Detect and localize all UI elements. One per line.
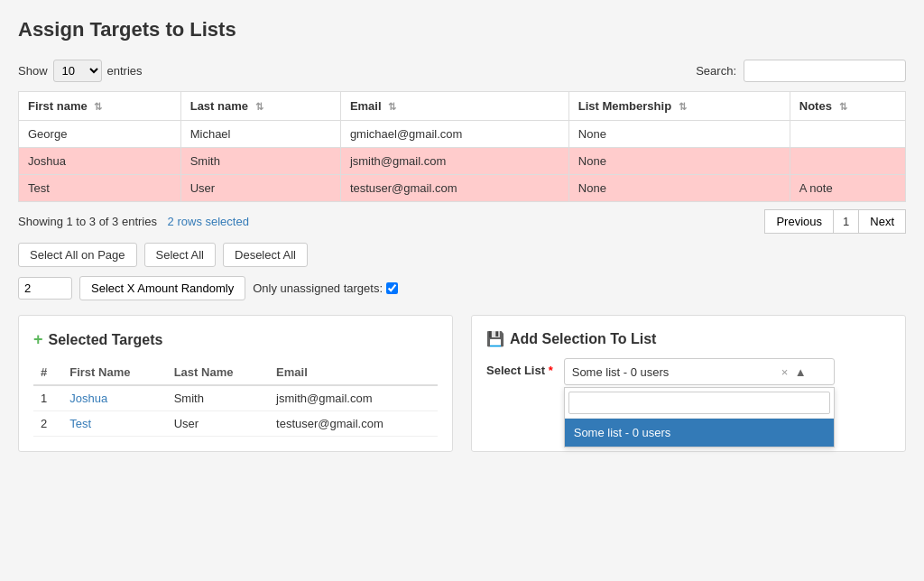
col-st-email: Email <box>269 360 438 385</box>
select-list-label: Select List * <box>486 358 553 377</box>
cell-st-email: jsmith@gmail.com <box>269 385 438 411</box>
selected-target-row: 1 Joshua Smith jsmith@gmail.com <box>33 385 438 411</box>
cell-last-name: User <box>180 175 340 202</box>
rows-selected: 2 rows selected <box>168 215 249 228</box>
select-list-form-group: Select List * Some list - 0 users × ▲ <box>486 358 891 385</box>
deselect-all-button[interactable]: Deselect All <box>223 243 308 267</box>
page-number: 1 <box>834 209 858 234</box>
cell-num: 1 <box>33 385 62 411</box>
only-unassigned-label: Only unassigned targets: <box>253 281 398 295</box>
search-area: Search: <box>696 60 906 82</box>
selected-target-row: 2 Test User testuser@gmail.com <box>33 411 438 437</box>
sort-icon-list-membership[interactable]: ⇅ <box>679 101 687 112</box>
cell-notes <box>790 148 905 175</box>
next-button[interactable]: Next <box>858 209 906 234</box>
random-amount-input[interactable] <box>18 277 72 300</box>
show-label: Show <box>18 64 48 78</box>
show-entries-control: Show 10 25 50 100 entries <box>18 60 143 82</box>
cell-last-name: Michael <box>180 121 340 148</box>
show-entries-select[interactable]: 10 25 50 100 <box>53 60 102 82</box>
required-marker: * <box>549 364 553 377</box>
select-list-display[interactable]: Some list - 0 users × ▲ <box>564 358 835 385</box>
sort-icon-notes[interactable]: ⇅ <box>839 101 847 112</box>
cell-email: testuser@gmail.com <box>340 175 568 202</box>
select-random-button[interactable]: Select X Amount Randomly <box>79 276 245 300</box>
selected-targets-panel: + Selected Targets # First Name Last Nam… <box>18 315 453 452</box>
dropdown-option[interactable]: Some list - 0 users <box>565 419 834 447</box>
col-email: Email ⇅ <box>340 92 568 121</box>
bottom-section: + Selected Targets # First Name Last Nam… <box>18 315 906 452</box>
dropdown-arrow-icon[interactable]: ▲ <box>795 365 807 379</box>
random-controls: Select X Amount Randomly Only unassigned… <box>18 276 906 300</box>
add-selection-panel: 💾 Add Selection To List Select List * So… <box>471 315 906 452</box>
cell-num: 2 <box>33 411 62 437</box>
only-unassigned-checkbox[interactable] <box>386 282 398 294</box>
cell-list-membership: None <box>568 121 790 148</box>
cell-notes <box>790 121 905 148</box>
selection-controls: Select All on Page Select All Deselect A… <box>18 243 906 267</box>
cell-st-last-name: Smith <box>167 385 269 411</box>
showing-info: Showing 1 to 3 of 3 entries <box>18 215 157 228</box>
cell-notes: A note <box>790 175 905 202</box>
cell-list-membership: None <box>568 175 790 202</box>
cell-st-first-name: Test <box>62 411 166 437</box>
table-row[interactable]: Joshua Smith jsmith@gmail.com None <box>19 148 906 175</box>
col-last-name: Last name ⇅ <box>180 92 340 121</box>
selected-targets-title: + Selected Targets <box>33 330 438 349</box>
col-num: # <box>33 360 62 385</box>
table-footer-info: Showing 1 to 3 of 3 entries 2 rows selec… <box>18 215 249 228</box>
cell-list-membership: None <box>568 148 790 175</box>
pagination: Previous 1 Next <box>764 209 906 234</box>
add-selection-title: 💾 Add Selection To List <box>486 330 891 347</box>
floppy-icon: 💾 <box>486 330 504 347</box>
sort-icon-first-name[interactable]: ⇅ <box>94 101 102 112</box>
col-st-last-name: Last Name <box>167 360 269 385</box>
select-list-wrapper: Some list - 0 users × ▲ Some list - 0 us… <box>564 358 835 385</box>
select-all-button[interactable]: Select All <box>144 243 216 267</box>
cell-email: gmichael@gmail.com <box>340 121 568 148</box>
search-input[interactable] <box>744 60 906 82</box>
cell-st-last-name: User <box>167 411 269 437</box>
entries-label: entries <box>107 64 143 78</box>
col-notes: Notes ⇅ <box>790 92 905 121</box>
cell-st-email: testuser@gmail.com <box>269 411 438 437</box>
col-first-name: First name ⇅ <box>19 92 181 121</box>
previous-button[interactable]: Previous <box>764 209 834 234</box>
page-title: Assign Targets to Lists <box>18 18 906 42</box>
table-row[interactable]: George Michael gmichael@gmail.com None <box>19 121 906 148</box>
cell-first-name: George <box>19 121 181 148</box>
search-label: Search: <box>696 64 736 78</box>
cell-first-name: Test <box>19 175 181 202</box>
dropdown-search <box>565 388 834 419</box>
select-page-button[interactable]: Select All on Page <box>18 243 137 267</box>
selected-targets-table: # First Name Last Name Email 1 Joshua Sm… <box>33 360 438 437</box>
plus-icon: + <box>33 330 43 349</box>
cell-st-first-name: Joshua <box>62 385 166 411</box>
cell-first-name: Joshua <box>19 148 181 175</box>
cell-email: jsmith@gmail.com <box>340 148 568 175</box>
dropdown-container: Some list - 0 users <box>564 387 835 447</box>
clear-selection-button[interactable]: × <box>781 365 789 379</box>
selected-list-value: Some list - 0 users <box>572 365 670 379</box>
col-st-first-name: First Name <box>62 360 166 385</box>
sort-icon-email[interactable]: ⇅ <box>388 101 396 112</box>
col-list-membership: List Membership ⇅ <box>568 92 790 121</box>
sort-icon-last-name[interactable]: ⇅ <box>255 101 263 112</box>
table-row[interactable]: Test User testuser@gmail.com None A note <box>19 175 906 202</box>
targets-table: First name ⇅ Last name ⇅ Email ⇅ List Me… <box>18 91 906 202</box>
cell-last-name: Smith <box>180 148 340 175</box>
dropdown-search-input[interactable] <box>568 392 830 414</box>
